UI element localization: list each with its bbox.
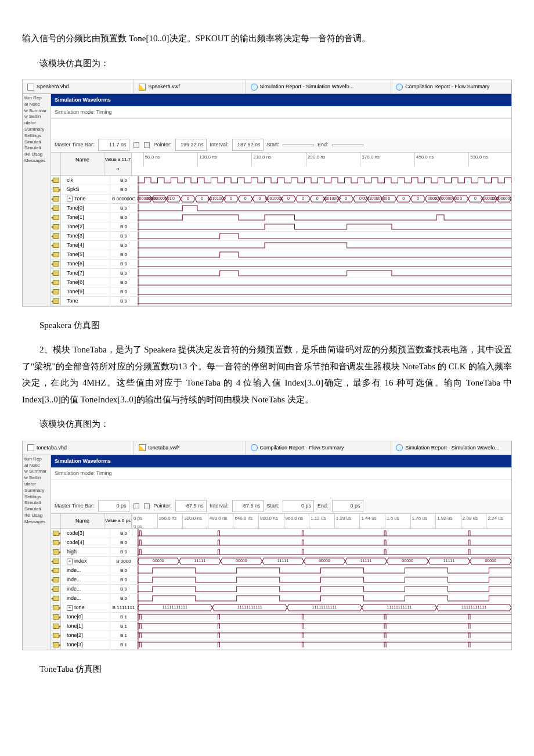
signal-name[interactable]: tone[3] bbox=[61, 640, 110, 649]
waveform[interactable] bbox=[138, 222, 511, 231]
waveform[interactable] bbox=[138, 287, 511, 296]
waveform[interactable] bbox=[138, 185, 511, 194]
waveform[interactable] bbox=[138, 269, 511, 278]
waveform[interactable]: 0000011111000001111100000111110000011111… bbox=[138, 557, 511, 566]
waveform[interactable] bbox=[138, 640, 511, 649]
waveform-icon bbox=[139, 84, 146, 91]
sim2-tab-compreport[interactable]: Compilation Report - Flow Summary bbox=[246, 441, 392, 455]
waveform[interactable] bbox=[138, 176, 511, 185]
pointer-value: 199.22 ns bbox=[175, 139, 207, 151]
signal-name[interactable]: Tone[4] bbox=[61, 241, 110, 250]
expand-icon[interactable]: + bbox=[67, 559, 73, 564]
waveform[interactable] bbox=[138, 278, 511, 287]
signal-name[interactable]: Tone[9] bbox=[61, 287, 110, 296]
waveform-row: Tone[8]B 0 bbox=[51, 278, 511, 287]
waveform[interactable] bbox=[138, 250, 511, 259]
expand-icon[interactable]: + bbox=[67, 196, 73, 201]
waveform[interactable] bbox=[138, 260, 511, 268]
sim1-waveform-rows: clkB 0SpkSB 0+ToneB 000000C0000000000000… bbox=[51, 176, 511, 306]
sim2-tab-vhd[interactable]: tonetaba.vhd bbox=[23, 441, 134, 455]
expand-icon[interactable]: + bbox=[67, 605, 73, 611]
waveform[interactable] bbox=[138, 241, 511, 250]
input-pin-icon bbox=[53, 559, 59, 564]
signal-name[interactable]: tone[0] bbox=[61, 613, 110, 621]
signal-name[interactable]: tone[1] bbox=[61, 622, 110, 631]
input-pin-icon bbox=[53, 196, 59, 201]
signal-name[interactable]: Tone[5] bbox=[61, 250, 110, 259]
signal-name[interactable]: code[4] bbox=[61, 538, 110, 547]
signal-name[interactable]: Tone[1] bbox=[61, 213, 110, 222]
sim2-panel: tonetaba.vhd tonetaba.vwf* Compilation R… bbox=[22, 441, 512, 650]
sim2-tab-vwf[interactable]: tonetaba.vwf* bbox=[134, 441, 246, 455]
signal-value: B 1111111 bbox=[110, 603, 138, 612]
svg-text:0: 0 bbox=[474, 196, 477, 200]
signal-name[interactable]: +index bbox=[61, 557, 110, 566]
sim1-tab-simreport[interactable]: Simulation Report - Simulation Wavefo... bbox=[246, 80, 392, 93]
signal-name[interactable]: SpkS bbox=[61, 185, 110, 194]
input-pin-icon bbox=[53, 215, 59, 220]
input-pin-icon bbox=[53, 271, 59, 276]
signal-name[interactable]: clk bbox=[61, 176, 110, 185]
waveform[interactable]: 1111111111111111111111111111111111111111… bbox=[138, 603, 511, 612]
waveform[interactable] bbox=[138, 204, 511, 213]
waveform[interactable]: 0000000000000000000001000101010000000001… bbox=[138, 195, 511, 203]
signal-name[interactable]: Tone[8] bbox=[61, 278, 110, 287]
waveform[interactable] bbox=[138, 622, 511, 631]
waveform-row: +toneB 111111111111111111111111111111111… bbox=[51, 603, 511, 613]
signal-name[interactable]: Tone[7] bbox=[61, 269, 110, 278]
arrow-right-icon[interactable] bbox=[144, 503, 150, 509]
signal-name[interactable]: code[3] bbox=[61, 529, 110, 538]
signal-name[interactable]: +Tone bbox=[61, 195, 110, 203]
waveform[interactable] bbox=[138, 631, 511, 640]
waveform[interactable] bbox=[138, 538, 511, 547]
waveform[interactable] bbox=[138, 213, 511, 222]
waveform[interactable] bbox=[138, 548, 511, 556]
signal-name[interactable]: tone[2] bbox=[61, 631, 110, 640]
svg-text:0: 0 bbox=[402, 196, 405, 200]
signal-value: B 0 bbox=[110, 185, 138, 194]
signal-value: B 0 bbox=[110, 566, 138, 575]
waveform[interactable] bbox=[138, 529, 511, 538]
end-value[interactable] bbox=[332, 144, 363, 146]
mtb-value[interactable]: 11.7 ns bbox=[98, 139, 129, 151]
arrow-right-icon[interactable] bbox=[144, 142, 150, 148]
caption-1: Speakera 仿真图 bbox=[22, 317, 512, 334]
signal-name[interactable]: +tone bbox=[61, 603, 110, 612]
arrow-left-icon[interactable] bbox=[134, 142, 139, 148]
waveform[interactable] bbox=[138, 613, 511, 621]
end-value[interactable]: 0 ps bbox=[332, 500, 363, 512]
mtb-value[interactable]: 0 ps bbox=[98, 500, 129, 512]
waveform[interactable] bbox=[138, 575, 511, 584]
waveform[interactable] bbox=[138, 232, 511, 240]
waveform[interactable] bbox=[138, 585, 511, 593]
sim1-tab-compreport[interactable]: Compilation Report - Flow Summary bbox=[391, 80, 511, 93]
arrow-left-icon[interactable] bbox=[134, 503, 139, 509]
sim2-tab-simreport[interactable]: Simulation Report - Simulation Wavefo... bbox=[391, 441, 511, 455]
waveform-row: Tone[5]B 0 bbox=[51, 250, 511, 260]
signal-name[interactable]: inde... bbox=[61, 575, 110, 584]
signal-name[interactable]: high bbox=[61, 548, 110, 556]
waveform-row: SpkSB 0 bbox=[51, 185, 511, 195]
signal-name[interactable]: inde... bbox=[61, 585, 110, 593]
signal-name[interactable]: Tone[6] bbox=[61, 260, 110, 268]
waveform[interactable] bbox=[138, 566, 511, 575]
signal-name[interactable]: Tone[3] bbox=[61, 232, 110, 240]
sim2-left-sidebar: tion Repal Noticw Summarw SettinulatorSu… bbox=[23, 455, 51, 650]
waveform[interactable] bbox=[138, 594, 511, 603]
signal-name[interactable]: Tone[2] bbox=[61, 222, 110, 231]
svg-text:00000: 00000 bbox=[485, 559, 496, 563]
signal-value: B 0 bbox=[110, 204, 138, 213]
waveform-row: Tone[2]B 0 bbox=[51, 222, 511, 232]
start-value[interactable]: 0 ps bbox=[283, 500, 314, 512]
signal-name[interactable]: inde... bbox=[61, 566, 110, 575]
signal-value: B 0 bbox=[110, 176, 138, 185]
signal-name[interactable]: inde... bbox=[61, 594, 110, 603]
signal-name[interactable]: Tone bbox=[61, 297, 110, 305]
start-value[interactable] bbox=[283, 144, 314, 146]
sim1-tab-vhd[interactable]: Speakera.vhd bbox=[23, 80, 134, 93]
sim2-time-axis: 0 ps160.0 ns320.0 ns480.0 ns640.0 ns800.… bbox=[132, 514, 511, 528]
sim1-tab-vwf[interactable]: Speakera.vwf bbox=[134, 80, 246, 93]
output-pin-icon bbox=[53, 624, 59, 629]
waveform[interactable] bbox=[138, 297, 511, 305]
signal-name[interactable]: Tone[0] bbox=[61, 204, 110, 213]
